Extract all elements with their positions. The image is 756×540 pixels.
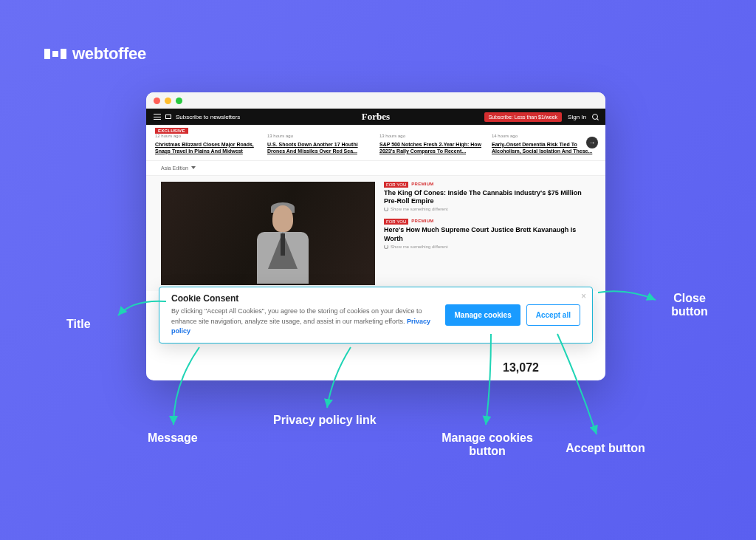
envelope-icon[interactable]: [165, 115, 171, 119]
annotation-accept: Accept button: [554, 442, 657, 455]
cookie-title: Cookie Consent: [171, 293, 436, 304]
annotation-manage: Manage cookies button: [436, 431, 539, 458]
news-item[interactable]: 13 hours ago U.S. Shoots Down Another 17…: [267, 131, 372, 154]
manage-cookies-button[interactable]: Manage cookies: [445, 304, 520, 326]
annotation-close: Close button: [660, 292, 719, 318]
news-item[interactable]: 12 hours ago Christmas Blizzard Closes M…: [155, 131, 260, 154]
hamburger-icon[interactable]: [154, 114, 161, 120]
accept-all-button[interactable]: Accept all: [526, 304, 580, 326]
annotation-message: Message: [148, 431, 198, 445]
main-content-row: FOR YOU PREMIUM The King Of Cones: Insid…: [146, 176, 605, 291]
site-topnav: Subscribe to newsletters Forbes Subscrib…: [146, 109, 605, 125]
cookie-consent-banner: Cookie Consent By clicking "Accept All C…: [159, 287, 593, 344]
refresh-icon[interactable]: [384, 207, 388, 211]
annotation-title: Title: [66, 318, 91, 331]
subscribe-button[interactable]: Subscribe: Less than $1/week: [484, 112, 562, 122]
side-articles: FOR YOU PREMIUM The King Of Cones: Insid…: [384, 182, 591, 285]
edition-selector[interactable]: Asia Edition: [146, 161, 605, 176]
news-headline-link[interactable]: U.S. Shoots Down Another 17 Houthi Drone…: [267, 142, 358, 154]
window-maximize-icon[interactable]: [176, 98, 182, 104]
annotation-privacy: Privacy policy link: [273, 414, 377, 427]
news-headline-link[interactable]: Early-Onset Dementia Risk Tied To Alcoho…: [492, 142, 592, 154]
logo-mark-icon: [44, 49, 66, 59]
article-card[interactable]: FOR YOU PREMIUM Here's How Much Supreme …: [384, 219, 591, 249]
news-headline-link[interactable]: S&P 500 Notches Fresh 2-Year High: How 2…: [379, 142, 481, 154]
news-item[interactable]: 13 hours ago S&P 500 Notches Fresh 2-Yea…: [379, 131, 484, 154]
refresh-icon[interactable]: [384, 245, 388, 249]
window-close-icon[interactable]: [154, 98, 160, 104]
close-icon[interactable]: ×: [581, 292, 586, 301]
breaking-news-strip: EXCLUSIVE 12 hours ago Christmas Blizzar…: [146, 125, 605, 161]
forbes-logo[interactable]: Forbes: [362, 111, 390, 123]
logo-text: webtoffee: [72, 44, 146, 64]
news-headline-link[interactable]: Christmas Blizzard Closes Major Roads, S…: [155, 142, 254, 154]
webtoffee-logo: webtoffee: [44, 44, 146, 64]
signin-link[interactable]: Sign In: [568, 114, 586, 120]
chevron-down-icon: [191, 166, 196, 169]
article-card[interactable]: FOR YOU PREMIUM The King Of Cones: Insid…: [384, 182, 591, 212]
browser-chrome: [146, 92, 605, 109]
cookie-message: By clicking "Accept All Cookies", you ag…: [171, 307, 436, 337]
hero-image[interactable]: [161, 182, 375, 285]
news-scroll-right-icon[interactable]: →: [586, 137, 598, 148]
search-icon[interactable]: [592, 114, 598, 120]
exclusive-badge: EXCLUSIVE: [155, 128, 188, 134]
news-item[interactable]: 14 hours ago Early-Onset Dementia Risk T…: [492, 131, 597, 154]
stat-number: 13,072: [503, 361, 539, 375]
subscribe-newsletters-link[interactable]: Subscribe to newsletters: [176, 114, 240, 120]
window-minimize-icon[interactable]: [165, 98, 171, 104]
